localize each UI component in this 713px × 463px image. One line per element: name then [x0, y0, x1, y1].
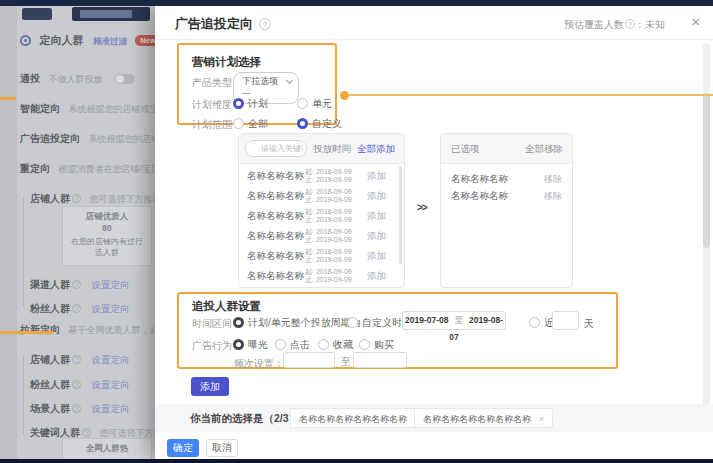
tongtou-toggle[interactable] — [115, 74, 135, 84]
radio-selected-icon — [233, 98, 244, 109]
add-all-link[interactable]: 全部添加 — [357, 143, 395, 156]
search-input[interactable] — [245, 140, 307, 157]
plan-row: 名称名称名称 起: 2018-09-09止: 2019-09-09 添加 — [239, 266, 398, 286]
plan-dates: 起: 2018-09-09止: 2019-09-09 — [305, 208, 352, 224]
confirm-button[interactable]: 确定 — [167, 439, 199, 457]
remove-link[interactable]: 移除 — [544, 173, 562, 186]
frequency-min-input[interactable] — [283, 352, 335, 368]
date-start: 2019-07-08 — [405, 315, 448, 325]
add-link[interactable]: 添加 — [367, 170, 386, 183]
plan-dimension-label: 计划维度 — [192, 98, 232, 112]
ad-chase-targeting-modal: 广告追投定向? 预估覆盖人数?：未知 × 营销计划选择 产品类型 下拉选项一 计… — [155, 6, 713, 459]
add-link[interactable]: 添加 — [367, 270, 386, 283]
frequency-label: 频次设置： — [234, 357, 284, 371]
audience-icon — [20, 35, 31, 46]
annotation-line-left-top — [0, 97, 16, 100]
radio-near-days[interactable]: 近 — [529, 316, 554, 330]
plan-row: 名称名称名称 起: 2018-09-09止: 2019-09-09 添加 — [239, 206, 398, 226]
add-button[interactable]: 添加 — [191, 377, 229, 396]
radio-favorite[interactable]: 收藏 — [318, 338, 353, 352]
left-rail — [0, 6, 17, 459]
cancel-button[interactable]: 取消 — [206, 439, 238, 457]
radio-click[interactable]: 点击 — [275, 338, 310, 352]
near-days-input[interactable] — [552, 311, 579, 330]
radio-scope-custom[interactable]: 自定义 — [297, 117, 342, 131]
selection-tag: 名称名称名称名称名称名称× — [414, 408, 553, 428]
tongtou-label: 通投 — [20, 73, 40, 84]
help-icon[interactable]: ? — [259, 18, 271, 30]
radio-scope-all[interactable]: 全部 — [233, 117, 268, 131]
plan-name: 名称名称名称 — [247, 250, 304, 263]
plan-dates: 起: 2018-09-09止: 2019-09-09 — [305, 188, 352, 204]
sidebar-item-scene-audience: 场景人群? 设置定向 — [30, 398, 155, 416]
channel-label: 渠道人群 — [30, 279, 70, 290]
set-targeting-link[interactable]: 设置定向 — [91, 354, 129, 365]
plan-name: 名称名称名称 — [247, 190, 304, 203]
radio-label: 收藏 — [333, 339, 353, 350]
dropdown-value: 下拉选项一 — [242, 76, 278, 99]
new-badge: New — [135, 35, 155, 46]
radio-impression[interactable]: 曝光 — [233, 338, 268, 352]
tree-line — [23, 356, 24, 434]
add-link[interactable]: 添加 — [367, 230, 386, 243]
plan-source-list: 投放时间 全部添加 名称名称名称 起: 2018-09-09止: 2019-09… — [238, 133, 405, 288]
radio-icon — [529, 317, 540, 328]
remove-link[interactable]: 移除 — [544, 190, 562, 203]
frequency-max-input[interactable] — [353, 352, 407, 368]
shop-label: 店铺人群 — [30, 354, 70, 365]
scene-label: 场景人群 — [30, 403, 70, 414]
radio-unit[interactable]: 单元 — [297, 97, 332, 111]
remove-all-link[interactable]: 全部移除 — [525, 143, 563, 156]
radio-whole-period[interactable]: 计划/单元整个投放周期内 — [233, 316, 361, 330]
question-icon: ? — [72, 380, 81, 389]
question-icon: ? — [72, 304, 81, 313]
top-chrome-bar — [0, 0, 713, 6]
sidebar-item-smart: 智能定向 系统根据您的店铺或宝贝为您锁定 — [20, 98, 155, 116]
add-link[interactable]: 添加 — [367, 250, 386, 263]
card-desc: 在您的店铺内有过行 — [63, 236, 151, 247]
days-unit-label: 天 — [584, 317, 594, 331]
tag-close-icon[interactable]: × — [539, 414, 544, 424]
question-icon: ? — [72, 355, 81, 364]
sidebar-item-tongtou: 通投 不做人群投放 — [20, 68, 155, 86]
modal-scrollbar[interactable] — [703, 43, 710, 456]
radio-icon — [233, 118, 244, 129]
add-link[interactable]: 添加 — [367, 190, 386, 203]
radio-icon — [318, 339, 329, 350]
plan-dates: 起: 2018-09-09止: 2019-09-09 — [305, 248, 352, 264]
card-title: 店铺优质人 — [63, 211, 151, 223]
scrollbar-thumb[interactable] — [703, 93, 710, 248]
blurred-field — [80, 10, 132, 18]
source-list-header: 投放时间 全部添加 — [239, 134, 404, 164]
fans-label: 粉丝人群 — [30, 303, 70, 314]
plan-selected-list: 已选项 全部移除 名称名称名称 移除 名称名称名称 移除 — [440, 133, 573, 288]
modal-title: 广告追投定向? — [175, 15, 271, 33]
close-icon[interactable]: × — [691, 13, 700, 31]
plan-row: 名称名称名称 起: 2018-09-09止: 2019-09-09 添加 — [239, 226, 398, 246]
set-targeting-link[interactable]: 设置定向 — [91, 379, 129, 390]
set-targeting-link[interactable]: 设置定向 — [91, 303, 129, 314]
plan-dates: 起: 2018-09-09止: 2019-09-09 — [305, 268, 352, 284]
time-column-header: 投放时间 — [313, 143, 351, 156]
keyword-label: 关键词人群 — [30, 427, 80, 438]
adchase-desc: 系统根据您的店铺或宝贝追投 — [88, 134, 155, 144]
plan-name: 名称名称名称 — [247, 270, 304, 283]
radio-plan[interactable]: 计划 — [233, 97, 268, 111]
sidebar-item-shop-audience-2: 店铺人群? 设置定向 — [30, 349, 155, 367]
radio-purchase[interactable]: 购买 — [359, 338, 394, 352]
add-link[interactable]: 添加 — [367, 210, 386, 223]
plan-section-title: 营销计划选择 — [192, 55, 261, 70]
radio-label: 计划 — [248, 98, 268, 109]
selected-list-header: 已选项 全部移除 — [441, 134, 572, 164]
card-title: 全网人群热 — [63, 443, 151, 455]
list-scrollbar[interactable] — [399, 166, 402, 264]
date-range-input[interactable]: 2019-07-08至2019-08-07 — [402, 311, 506, 330]
selected-name: 名称名称名称 — [451, 173, 508, 186]
radio-icon — [297, 98, 308, 109]
set-targeting-link[interactable]: 设置定向 — [91, 403, 129, 414]
question-icon: ? — [82, 428, 91, 437]
sidebar-item-shop-audience: 店铺人群? 您可选择下方推荐，包 — [30, 188, 155, 206]
set-targeting-link[interactable]: 设置定向 — [91, 279, 129, 290]
smart-label: 智能定向 — [20, 103, 60, 114]
product-type-label: 产品类型 — [192, 76, 232, 90]
